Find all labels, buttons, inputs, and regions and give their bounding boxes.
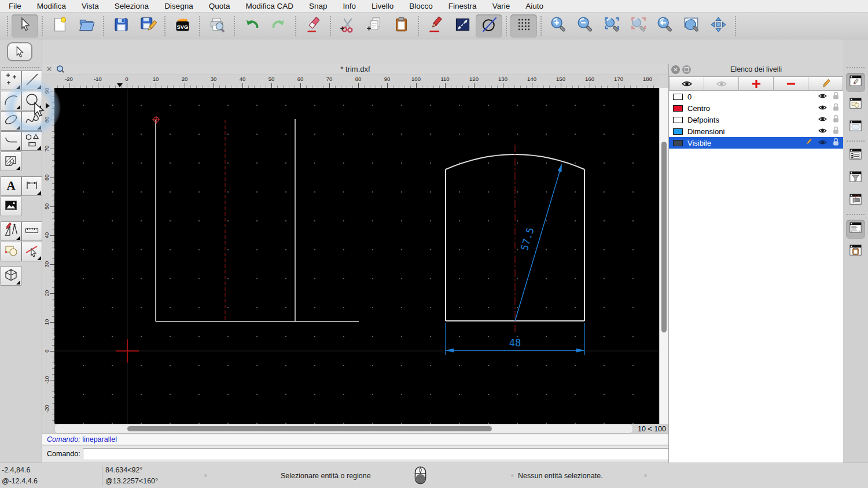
polygon-tool-button[interactable]: [21, 131, 42, 151]
zoom-previous-button[interactable]: [652, 14, 678, 38]
hide-all-layers-button[interactable]: [704, 76, 739, 91]
menu-quota[interactable]: Quota: [209, 2, 230, 10]
select-tool-button[interactable]: [12, 14, 38, 38]
layer-row-defpoints[interactable]: Defpoints: [669, 114, 843, 125]
menu-snap[interactable]: Snap: [309, 2, 328, 10]
layer-color-swatch[interactable]: [673, 105, 683, 112]
zoom-auto-button[interactable]: [598, 14, 625, 38]
svg-export-button[interactable]: SVG: [169, 14, 196, 38]
drawing-canvas[interactable]: 57.5 48: [54, 88, 659, 424]
layer-list-window-toggle-button[interactable]: [846, 146, 865, 165]
menu-seleziona[interactable]: Seleziona: [115, 2, 149, 10]
redo-button[interactable]: [265, 14, 292, 38]
zoom-out-button[interactable]: [572, 14, 598, 38]
draw-pencil-button[interactable]: [422, 14, 449, 38]
open-folder-button[interactable]: [73, 14, 100, 38]
zoom-window-button[interactable]: [678, 14, 705, 38]
modify-tool-button[interactable]: [1, 221, 21, 241]
clipboard-window-toggle-button[interactable]: [846, 242, 865, 261]
points-tool-button[interactable]: [1, 71, 21, 90]
zoom-in-button[interactable]: [545, 14, 572, 38]
horizontal-scrollbar-thumb[interactable]: [127, 426, 492, 431]
undo-button[interactable]: [238, 14, 265, 38]
layer-lock-icon[interactable]: [832, 103, 840, 113]
blocks-tool-button[interactable]: [1, 242, 21, 261]
line-tool-button[interactable]: [21, 71, 42, 90]
menu-info[interactable]: Info: [343, 2, 356, 10]
menu-disegna[interactable]: Disegna: [164, 2, 193, 10]
vertical-scrollbar[interactable]: [659, 88, 668, 424]
zoom-selection-button[interactable]: [625, 14, 652, 38]
layer-color-swatch[interactable]: [673, 94, 683, 100]
layer-color-swatch[interactable]: [673, 140, 683, 146]
inspector-window-toggle-button[interactable]: [846, 191, 865, 210]
blocks-window-toggle-button[interactable]: [846, 95, 865, 114]
horizontal-scrollbar[interactable]: [54, 424, 633, 434]
layer-visibility-icon[interactable]: [817, 91, 828, 102]
paste-button[interactable]: [388, 14, 414, 38]
hatch-tool-button[interactable]: [1, 151, 21, 171]
image-tool-button[interactable]: [1, 197, 21, 216]
layer-lock-icon[interactable]: [832, 126, 840, 136]
palette-drag-handle[interactable]: [2, 67, 39, 69]
new-file-button[interactable]: [46, 14, 73, 38]
eraser-button[interactable]: [300, 14, 326, 38]
menu-aiuto[interactable]: Aiuto: [525, 2, 543, 10]
menu-varie[interactable]: Varie: [492, 2, 510, 10]
menu-modifica[interactable]: Modifica: [37, 2, 66, 10]
menu-vista[interactable]: Vista: [82, 2, 99, 10]
library-window-toggle-button[interactable]: [846, 118, 865, 137]
text-tool-button[interactable]: A: [1, 176, 21, 196]
command-line-window-toggle-button[interactable]: [846, 220, 865, 239]
layer-row-0[interactable]: 0: [669, 91, 843, 102]
ellipse-tool-button[interactable]: [1, 111, 21, 131]
layer-visibility-icon[interactable]: [817, 138, 828, 149]
circle-tool-button[interactable]: [21, 91, 42, 110]
arc-tool-button[interactable]: [1, 91, 21, 110]
distance-arrow-button[interactable]: [449, 14, 476, 38]
layer-visibility-icon[interactable]: [817, 114, 828, 125]
show-all-layers-button[interactable]: [669, 76, 704, 91]
command-input[interactable]: [83, 448, 692, 460]
save-as-button[interactable]: [134, 14, 161, 38]
layer-visibility-icon[interactable]: [817, 103, 828, 114]
layer-visibility-icon[interactable]: [817, 126, 828, 137]
vertical-scrollbar-thumb[interactable]: [661, 142, 667, 332]
layer-edit-icon[interactable]: [804, 138, 813, 148]
menu-livello[interactable]: Livello: [372, 2, 393, 10]
pan-button[interactable]: [705, 14, 731, 38]
remove-layer-button[interactable]: [774, 76, 808, 91]
layer-color-swatch[interactable]: [673, 117, 683, 123]
solid3d-tool-button[interactable]: [1, 266, 21, 286]
menu-finestra[interactable]: Finestra: [448, 2, 477, 10]
layer-row-dimensioni[interactable]: Dimensioni: [669, 125, 843, 137]
spline-tool-button[interactable]: [21, 111, 42, 131]
cut-button[interactable]: [334, 14, 361, 38]
menu-blocco[interactable]: Blocco: [409, 2, 433, 10]
polyline-tool-button[interactable]: [1, 131, 21, 151]
layer-lock-icon[interactable]: [832, 91, 840, 102]
add-layer-button[interactable]: [739, 76, 774, 91]
layer-row-centro[interactable]: Centro: [669, 102, 843, 114]
copy-button[interactable]: [361, 14, 388, 38]
layer-lock-icon[interactable]: [832, 114, 840, 125]
select-entity-tool-button[interactable]: [21, 242, 42, 261]
eye-icon: [681, 77, 693, 90]
selection-pointer-button[interactable]: [7, 42, 32, 61]
point-entity[interactable]: [152, 116, 160, 124]
save-button[interactable]: [108, 14, 134, 38]
menu-modifica-cad[interactable]: Modifica CAD: [245, 2, 293, 10]
radius-dimension[interactable]: 57.5: [515, 164, 562, 321]
print-preview-button[interactable]: [204, 14, 230, 38]
layer-row-visibile[interactable]: Visibile: [669, 137, 843, 149]
menu-file[interactable]: File: [9, 2, 21, 10]
selection-filter-window-toggle-button[interactable]: [846, 169, 865, 188]
layer-color-swatch[interactable]: [673, 128, 683, 135]
edit-layer-button[interactable]: [808, 76, 843, 91]
property-editor-window-toggle-button[interactable]: [846, 73, 865, 92]
dimension-tool-button[interactable]: [21, 176, 42, 196]
grid-toggle-button[interactable]: [510, 14, 537, 38]
measure-tool-button[interactable]: [21, 221, 42, 241]
circle-line-button[interactable]: [476, 14, 502, 38]
layer-lock-icon[interactable]: [832, 138, 840, 148]
